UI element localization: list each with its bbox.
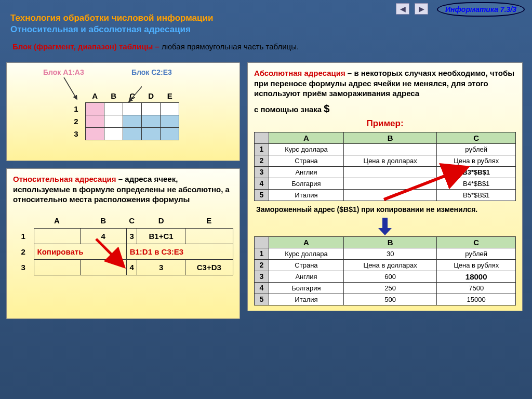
- cell: [80, 260, 126, 275]
- cell: 250: [343, 282, 436, 294]
- cell: Болгария: [269, 178, 344, 189]
- cell: Италия: [269, 294, 344, 305]
- row-header: 2: [255, 259, 269, 271]
- cell: Курс доллара: [269, 248, 344, 259]
- row-header: 4: [255, 178, 269, 189]
- cell: Цена в долларах: [343, 259, 436, 271]
- cell: B1+C1: [137, 229, 185, 244]
- col-header: B: [343, 132, 436, 143]
- col-header: D: [142, 90, 161, 102]
- copy-range: B1:D1 в C3:E3: [126, 244, 233, 260]
- cell: 15000: [437, 294, 516, 305]
- row-header: 2: [67, 115, 86, 127]
- cell: Англия: [269, 271, 344, 282]
- col-header: A: [34, 213, 80, 229]
- dollar-sign: $: [324, 103, 329, 114]
- cell: 30: [343, 248, 436, 259]
- col-header: A: [269, 132, 344, 143]
- example-table-1: A B C 1 Курс долларарублей 2 СтранаЦена …: [254, 132, 516, 201]
- svg-marker-5: [378, 228, 392, 235]
- heading-sub: Относительная и абсолютная адресация: [10, 24, 532, 35]
- cell: B3*$B$1: [437, 166, 516, 178]
- col-header: E: [161, 90, 179, 102]
- row-header: 3: [255, 271, 269, 282]
- cell: 3: [137, 260, 185, 275]
- absolute-term: Абсолютная адресация: [254, 69, 345, 77]
- panel-block-example: Блок A1:A3 Блок C2:E3 A B C D E 1 2: [6, 62, 240, 161]
- col-header: B: [104, 90, 123, 102]
- cell: Цена в долларах: [343, 155, 436, 166]
- cell: Англия: [269, 166, 344, 178]
- block-label-a1a3: Блок A1:A3: [43, 68, 84, 76]
- copy-label: Копировать: [34, 244, 126, 260]
- cell: Болгария: [269, 282, 344, 294]
- cell: B4*$B$1: [437, 178, 516, 189]
- row-header: 2: [255, 155, 269, 166]
- cell: 600: [343, 271, 436, 282]
- col-header: C: [437, 236, 516, 248]
- cell: [343, 178, 436, 189]
- cell: [343, 143, 436, 155]
- down-arrow-icon: [377, 218, 393, 235]
- row-header: 5: [255, 294, 269, 305]
- row-header: 1: [67, 102, 86, 115]
- relative-table: A B C D E 1 4 3 B1+C1 2 Копировать B1:D1…: [13, 213, 233, 276]
- cell: Страна: [269, 155, 344, 166]
- example-table-2: A B C 1 Курс доллара30рублей 2 СтранаЦен…: [254, 236, 516, 305]
- row-header: 3: [13, 260, 34, 275]
- col-header: C: [126, 213, 137, 229]
- cell: [185, 229, 233, 244]
- row-header: 4: [255, 282, 269, 294]
- cell: Курс доллара: [269, 143, 344, 155]
- cell: 3: [126, 229, 137, 244]
- mini-table: A B C D E 1 2 3: [67, 90, 180, 140]
- cell: 500: [343, 294, 436, 305]
- cell: B5*$B$1: [437, 189, 516, 201]
- relative-paragraph: Относительная адресация – адреса ячеек, …: [13, 174, 233, 205]
- example-label: Пример:: [254, 118, 516, 129]
- cell: 4: [126, 260, 137, 275]
- definition-body: любая прямоугольная часть таблицы.: [162, 42, 299, 51]
- row-header: 1: [13, 229, 34, 244]
- panel-absolute: Абсолютная адресация – в некоторых случа…: [247, 62, 523, 311]
- definition-term: Блок (фрагмент, диапазон) таблицы –: [12, 42, 162, 51]
- col-header: A: [86, 90, 104, 102]
- absolute-tail-text: с помощью знака: [254, 105, 324, 114]
- cell: 4: [80, 229, 126, 244]
- row-header: 1: [255, 248, 269, 259]
- panel-relative: Относительная адресация – адреса ячеек, …: [6, 168, 240, 319]
- cell: [343, 189, 436, 201]
- row-header: 1: [255, 143, 269, 155]
- col-header: E: [185, 213, 233, 229]
- cell: рублей: [437, 143, 516, 155]
- cell: 7500: [437, 282, 516, 294]
- col-header: B: [80, 213, 126, 229]
- block-definition: Блок (фрагмент, диапазон) таблицы – люба…: [12, 42, 532, 51]
- cell: [34, 260, 80, 275]
- cell: Цена в рублях: [437, 259, 516, 271]
- nav-next-button[interactable]: ▶: [415, 3, 428, 15]
- cell: Италия: [269, 189, 344, 201]
- frozen-note: Замороженный адрес ($B$1) при копировани…: [256, 205, 514, 214]
- block-label-c2e3: Блок C2:E3: [131, 68, 172, 76]
- cell: рублей: [437, 248, 516, 259]
- page-badge: Информатика 7.3/3: [437, 2, 525, 17]
- cell: [343, 166, 436, 178]
- relative-term: Относительная адресация: [13, 175, 116, 183]
- cell: Страна: [269, 259, 344, 271]
- nav-prev-button[interactable]: ◀: [396, 3, 409, 15]
- row-header: 3: [255, 166, 269, 178]
- col-header: C: [437, 132, 516, 143]
- col-header: B: [343, 236, 436, 248]
- col-header: D: [137, 213, 185, 229]
- row-header: 2: [13, 244, 34, 260]
- absolute-paragraph: Абсолютная адресация – в некоторых случа…: [254, 68, 516, 99]
- cell: 18000: [437, 271, 516, 282]
- cell: [34, 229, 80, 244]
- cell: Цена в рублях: [437, 155, 516, 166]
- col-header: A: [269, 236, 344, 248]
- col-header: C: [123, 90, 142, 102]
- row-header: 5: [255, 189, 269, 201]
- svg-rect-4: [382, 218, 388, 228]
- absolute-tail: с помощью знака $: [254, 102, 516, 115]
